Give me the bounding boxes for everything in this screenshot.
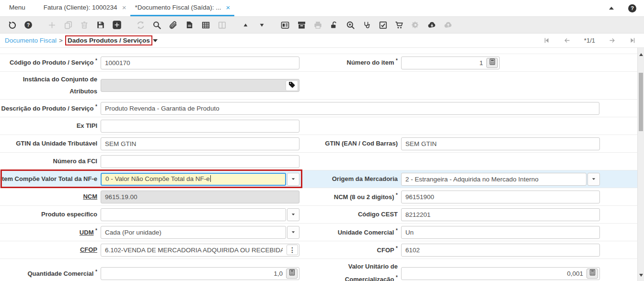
breadcrumb-separator: > xyxy=(59,37,63,44)
chevron-down-icon xyxy=(291,210,296,219)
print-icon xyxy=(313,21,322,30)
toolbar-cloud-upload-button xyxy=(440,17,456,34)
toolbar-document-button[interactable] xyxy=(181,17,197,34)
previous-record-button[interactable] xyxy=(563,37,571,44)
close-icon[interactable]: × xyxy=(226,4,230,11)
numero-do-item-calculator-button[interactable] xyxy=(486,58,498,68)
udm-input[interactable] xyxy=(101,226,286,239)
numero-da-fci-label: Número da FCI xyxy=(53,157,97,165)
item-compoe-valor-total-nfe-label: Item Compõe Valor Total da NF-e xyxy=(0,175,97,182)
quantidade-comercial-calculator-button[interactable] xyxy=(286,269,298,279)
tab-label: *Documento Fiscal (Saída): ... xyxy=(135,4,221,11)
valor-unitario-comercializacao-label: Valor Unitário de Comercialização xyxy=(345,263,398,281)
save-icon xyxy=(96,21,105,29)
numero-da-fci-input[interactable] xyxy=(101,155,299,168)
toolbar-checkbox-button[interactable] xyxy=(375,17,391,34)
tab-documento-fiscal-saida[interactable]: *Documento Fiscal (Saída): ...× xyxy=(130,0,234,16)
gtin-unidade-tributavel-input[interactable] xyxy=(101,137,299,150)
toolbar-attachment-button[interactable] xyxy=(165,17,181,34)
toolbar-help-button[interactable]: ? xyxy=(20,17,36,34)
collapse-panel-icon[interactable] xyxy=(609,7,614,10)
ellipsis-icon: ⋮ xyxy=(289,247,296,253)
toolbar-cart-button[interactable] xyxy=(391,17,407,34)
produto-especifico-label: Produto específico xyxy=(41,211,97,218)
toolbar-zoom-in-button[interactable] xyxy=(342,17,358,34)
toolbar-settings-button xyxy=(407,17,424,34)
instancia-conjunto-atributos-tag-button[interactable] xyxy=(286,80,298,91)
quantidade-comercial-input[interactable] xyxy=(101,267,299,280)
ncm-8-ou-2-digitos-label: NCM (8 ou 2 digitos) xyxy=(334,193,394,201)
cfop-descricao-label[interactable]: CFOP xyxy=(80,246,97,253)
toolbar-stethoscope-button[interactable] xyxy=(358,17,375,34)
cfop-input[interactable] xyxy=(401,244,600,257)
origem-da-mercadoria-label: Origem da Mercadoria xyxy=(332,175,398,182)
add-icon xyxy=(47,21,57,30)
form-content: Código do Produto / Serviço *Número do i… xyxy=(0,48,644,281)
toolbar-archive-button[interactable] xyxy=(293,17,310,34)
ncm-label[interactable]: NCM xyxy=(83,193,97,200)
codigo-cest-input[interactable] xyxy=(401,208,600,221)
close-icon[interactable]: × xyxy=(122,4,126,11)
valor-unitario-comercializacao-calculator-button[interactable] xyxy=(586,269,598,279)
toolbar-undo-button[interactable] xyxy=(4,17,20,34)
cart-icon xyxy=(394,21,404,30)
tab-bar: MenuFatura (Cliente): 1000234×*Documento… xyxy=(0,0,644,17)
required-asterisk: * xyxy=(95,58,97,63)
cloud-download-icon xyxy=(427,21,437,29)
origem-da-mercadoria-input[interactable] xyxy=(401,173,586,186)
toolbar-search-button[interactable] xyxy=(149,17,165,34)
descricao-produto-servico-input[interactable] xyxy=(101,102,599,115)
form-row: Ex TIPI xyxy=(0,117,637,135)
toolbar-grid-button[interactable] xyxy=(197,17,214,34)
breadcrumb-parent-link[interactable]: Documento Fiscal xyxy=(5,37,57,44)
first-record-button[interactable] xyxy=(543,37,550,44)
tab-fatura-cliente[interactable]: Fatura (Cliente): 1000234× xyxy=(39,0,131,16)
toolbar-refresh-button xyxy=(132,17,149,34)
item-compoe-valor-total-nfe-value: 0 - Valor Não Compõe Total da NF-e xyxy=(105,175,210,182)
unidade-comercial-input[interactable] xyxy=(401,226,600,239)
toolbar-save-button[interactable] xyxy=(92,17,109,34)
tabbar-right-actions: ? xyxy=(609,0,644,16)
item-compoe-valor-total-nfe-input[interactable]: 0 - Valor Não Compõe Total da NF-e xyxy=(101,173,286,186)
last-record-button[interactable] xyxy=(629,37,636,44)
document-icon xyxy=(185,21,194,29)
cloud-upload-icon xyxy=(443,21,453,29)
next-record-button[interactable] xyxy=(608,37,616,44)
produto-especifico-dropdown-button[interactable] xyxy=(287,208,299,221)
toolbar-unlock-button[interactable] xyxy=(326,17,342,34)
breadcrumb-current-section[interactable]: Dados Produtos / Serviços xyxy=(65,35,152,45)
ex-tipi-input[interactable] xyxy=(101,120,299,133)
numero-do-item-label: Número do item xyxy=(347,59,394,67)
origem-da-mercadoria-dropdown-button[interactable] xyxy=(587,173,600,186)
valor-unitario-comercializacao-input[interactable] xyxy=(401,267,600,280)
produto-especifico-input[interactable] xyxy=(101,208,286,221)
codigo-produto-servico-input[interactable] xyxy=(101,56,299,69)
toolbar-collapse-up-button[interactable] xyxy=(237,17,253,34)
tab-menu[interactable]: Menu xyxy=(5,0,30,16)
chevron-down-icon xyxy=(291,228,296,236)
required-asterisk: * xyxy=(396,58,398,63)
scrollbar-thumb[interactable] xyxy=(639,73,643,131)
section-dropdown-caret-icon[interactable] xyxy=(153,39,158,42)
udm-label[interactable]: UDM xyxy=(80,229,94,236)
instancia-conjunto-atributos-input[interactable] xyxy=(101,79,299,92)
numero-do-item-input[interactable] xyxy=(401,56,500,69)
toolbar-news-button[interactable] xyxy=(277,17,293,34)
toolbar-delete-button xyxy=(76,17,92,34)
scroll-down-icon[interactable] xyxy=(638,271,644,279)
scroll-up-icon[interactable] xyxy=(638,51,644,58)
ncm-8-ou-2-digitos-input[interactable] xyxy=(401,191,600,203)
zoom-in-icon xyxy=(346,21,355,30)
toolbar-expand-down-button[interactable] xyxy=(253,17,270,34)
toolbar-add-new-button[interactable] xyxy=(109,17,125,34)
item-compoe-valor-total-nfe-dropdown-button[interactable] xyxy=(287,173,299,186)
toolbar-cloud-download-button[interactable] xyxy=(424,17,440,34)
gtin-ean-cod-barras-input[interactable] xyxy=(401,137,600,150)
help-icon[interactable]: ? xyxy=(628,4,636,12)
ncm-input[interactable] xyxy=(101,191,299,203)
cfop-descricao-input[interactable] xyxy=(101,244,299,257)
cfop-descricao-lookup-button[interactable]: ⋮ xyxy=(287,245,298,255)
required-asterisk: * xyxy=(95,228,97,233)
udm-dropdown-button[interactable] xyxy=(287,226,299,239)
vertical-scrollbar[interactable] xyxy=(637,48,644,281)
